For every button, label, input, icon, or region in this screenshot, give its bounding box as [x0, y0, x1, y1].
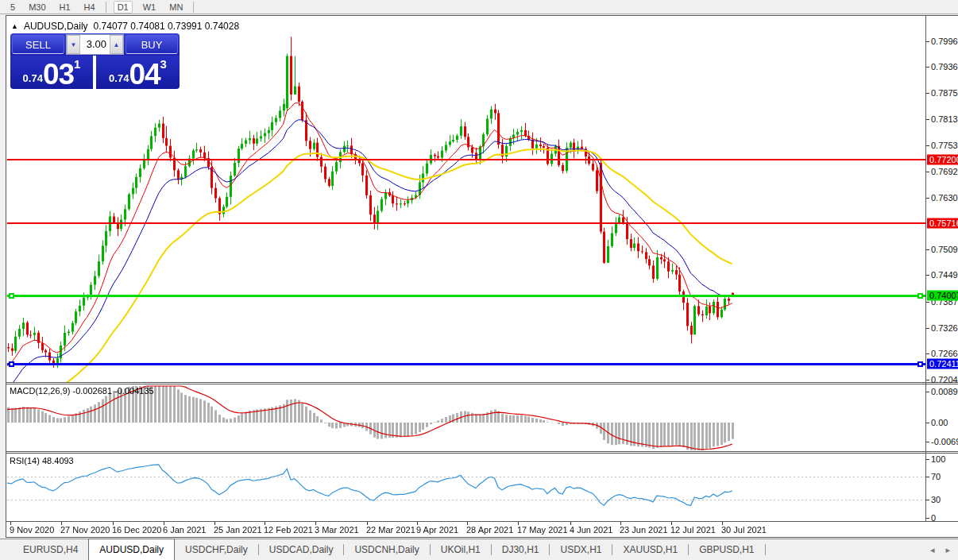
date-tick-label: 22 Mar 2021	[366, 525, 415, 535]
date-tick-mark	[467, 522, 468, 525]
price-tick-mark	[926, 328, 929, 329]
tab-scroll-left-icon[interactable]: ◂	[930, 545, 935, 555]
macd-tick-label: 0.00	[931, 418, 948, 427]
rsi-value: 48.4093	[42, 456, 74, 465]
price-tick-label: 0.72660	[931, 349, 958, 358]
price-tick-label: 0.77535	[931, 141, 958, 150]
price-tick-label: 0.73260	[931, 323, 958, 333]
price-tick-mark	[926, 353, 929, 354]
price-tick-mark	[926, 198, 929, 199]
price-tick-mark	[926, 275, 929, 276]
volume-stepper: ▼ 3.00 ▲	[66, 34, 124, 55]
buy-price-small: 0.74	[109, 72, 129, 84]
macd-tick-label: 0.008903	[931, 387, 958, 396]
rsi-tick-mark	[926, 500, 929, 500]
macd-signal-value: -0.004135	[114, 386, 154, 396]
rsi-label-row: RSI(14) 48.4093	[10, 456, 74, 465]
price-level-tag: 0.74007	[927, 291, 958, 301]
macd-tick-mark	[926, 423, 929, 423]
tab-separator	[765, 544, 766, 555]
date-tick-label: 30 Jul 2021	[721, 525, 767, 535]
date-tick-label: 9 Nov 2020	[10, 525, 54, 535]
toolbar-separator	[193, 2, 194, 13]
tab-usdx-h1[interactable]: USDX,H1	[550, 539, 612, 560]
timeframe-button-m30[interactable]: M30	[25, 2, 48, 13]
timeframe-button-mn[interactable]: MN	[166, 2, 186, 13]
collapse-triangle-icon[interactable]: ▲	[11, 22, 18, 30]
date-tick-mark	[367, 522, 368, 525]
date-tick-mark	[265, 522, 265, 525]
tab-eurusd-h4[interactable]: EURUSD,H4	[13, 539, 88, 560]
sell-price-pip: 1	[74, 57, 80, 71]
date-tick-mark	[164, 522, 164, 525]
chart-ohlc-values: 0.74077 0.74081 0.73991 0.74028	[94, 21, 240, 32]
price-level-tag: 0.77200	[927, 154, 958, 164]
symbol-tab-bar: EURUSD,H4AUDUSD,DailyUSDCHF,DailyUSDCAD,…	[0, 539, 958, 560]
timeframe-button-5[interactable]: 5	[7, 2, 18, 13]
rsi-canvas[interactable]	[7, 454, 925, 521]
tab-xauusd-h1[interactable]: XAUUSD,H1	[612, 539, 688, 560]
price-level-tag: 0.75716	[927, 218, 958, 228]
date-tick-label: 25 Jan 2021	[214, 525, 262, 535]
date-tick-label: 12 Jul 2021	[670, 525, 716, 535]
price-tick-mark	[926, 119, 929, 120]
price-tick-label: 0.72045	[931, 375, 958, 384]
price-tick-label: 0.74490	[931, 270, 958, 280]
timeframe-button-d1[interactable]: D1	[114, 1, 133, 14]
timeframe-button-w1[interactable]: W1	[140, 2, 160, 13]
axis-divider	[925, 15, 926, 522]
date-tick-label: 17 May 2021	[517, 525, 568, 535]
tab-ukoil-h1[interactable]: UKOil,H1	[431, 539, 491, 560]
buy-price-display[interactable]: 0.74 04 3	[96, 56, 180, 89]
toolbar-separator	[106, 2, 106, 13]
sell-button[interactable]: SELL	[12, 35, 64, 54]
frame-bottom	[6, 537, 958, 538]
sep-main-macd-a	[6, 382, 958, 383]
date-tick-mark	[671, 522, 672, 525]
chart-title: ▲ AUDUSD,Daily 0.74077 0.74081 0.73991 0…	[11, 21, 239, 32]
date-tick-label: 3 Mar 2021	[315, 525, 359, 535]
frame-top	[6, 15, 958, 16]
sep-rsi-dates	[6, 521, 958, 522]
rsi-tick-mark	[926, 518, 929, 519]
buy-button[interactable]: BUY	[126, 35, 178, 54]
price-tick-label: 0.76920	[931, 167, 958, 176]
price-tick-mark	[926, 302, 929, 303]
date-tick-label: 28 Apr 2021	[466, 525, 513, 535]
sep-macd-rsi-b	[6, 453, 958, 454]
chart-window: ▲ AUDUSD,Daily 0.74077 0.74081 0.73991 0…	[0, 15, 958, 539]
date-tick-label: 23 Jun 2021	[620, 525, 668, 535]
macd-label-row: MACD(12,26,9) -0.002681 -0.004135	[10, 386, 154, 396]
date-tick-label: 12 Feb 2021	[264, 525, 313, 535]
tab-usdcad-daily[interactable]: USDCAD,Daily	[259, 539, 344, 560]
rsi-tick-label: 30	[931, 495, 941, 504]
price-tick-mark	[926, 172, 929, 172]
volume-input[interactable]: 3.00	[80, 35, 110, 54]
timeframe-button-h1[interactable]: H1	[56, 2, 74, 13]
sell-price-display[interactable]: 0.74 03 1	[10, 56, 93, 89]
timeframe-button-h4[interactable]: H4	[81, 2, 99, 13]
tab-usdchf-daily[interactable]: USDCHF,Daily	[175, 539, 258, 560]
tab-scroll-right-icon[interactable]: ▸	[945, 545, 950, 555]
date-tick-mark	[61, 522, 62, 525]
macd-tick-label: -0.00697	[931, 437, 958, 446]
date-tick-mark	[722, 522, 723, 525]
tab-usdcnh-daily[interactable]: USDCNH,Daily	[344, 539, 429, 560]
price-tick-mark	[926, 249, 929, 250]
rsi-tick-mark	[926, 477, 929, 477]
tab-scroll-arrows: ◂ ▸	[930, 545, 950, 555]
price-tick-mark	[926, 67, 929, 68]
trade-panel-top: SELL ▼ 3.00 ▲ BUY	[10, 33, 180, 56]
volume-increase-button[interactable]: ▲	[110, 35, 123, 54]
tab-gbpusd-h1[interactable]: GBPUSD,H1	[689, 539, 764, 560]
rsi-tick-label: 70	[931, 472, 941, 481]
volume-decrease-button[interactable]: ▼	[67, 35, 80, 54]
macd-tick-mark	[926, 392, 929, 392]
price-tick-label: 0.78135	[931, 114, 958, 124]
date-tick-label: 4 Jun 2021	[570, 525, 612, 535]
tab-audusd-daily[interactable]: AUDUSD,Daily	[88, 539, 175, 560]
tab-dj30-h1[interactable]: DJ30,H1	[492, 539, 550, 560]
price-tick-mark	[926, 93, 929, 94]
date-tick-mark	[518, 522, 519, 525]
one-click-trade-panel: SELL ▼ 3.00 ▲ BUY 0.74 03 1 0.74 04 3	[10, 33, 180, 89]
